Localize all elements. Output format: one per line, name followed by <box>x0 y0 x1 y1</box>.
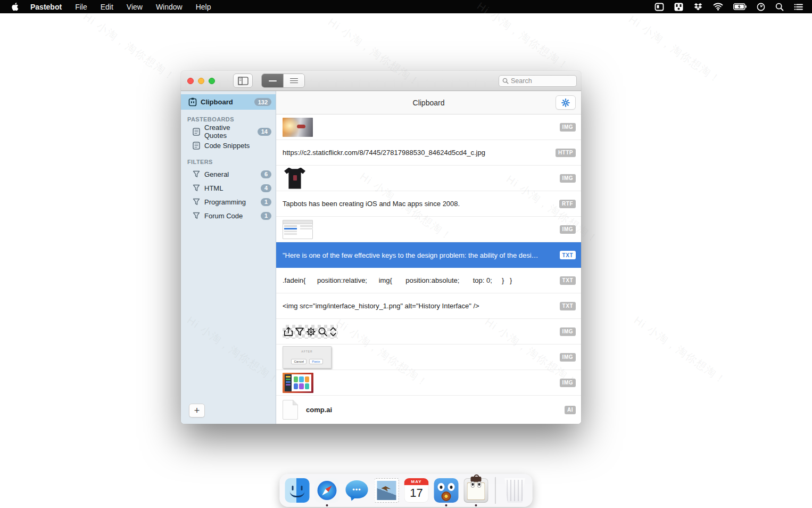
sidebar-toggle-button[interactable] <box>233 73 253 88</box>
list-item[interactable]: IMG <box>276 370 581 396</box>
count-badge: 4 <box>261 184 271 192</box>
funnel-icon <box>295 326 304 337</box>
clip-text: https://c2.staticflickr.com/8/7445/27817… <box>283 149 485 157</box>
clip-text: "Here is one of the few effective keys t… <box>283 251 538 259</box>
list-item[interactable]: IMG <box>276 114 581 140</box>
clipboard-icon <box>188 97 197 106</box>
pastebot-eye <box>477 481 482 488</box>
list-item-selected[interactable]: "Here is one of the few effective keys t… <box>276 242 581 268</box>
type-badge: RTF <box>559 200 576 208</box>
type-badge: IMG <box>560 353 576 362</box>
type-badge: TXT <box>560 251 576 259</box>
finder-dock-icon[interactable] <box>285 478 310 503</box>
type-badge: IMG <box>560 225 576 234</box>
bubble-tail <box>350 496 357 502</box>
dialog-title: AFTER <box>283 350 331 353</box>
filter-funnel-icon <box>192 184 201 192</box>
running-indicator <box>445 504 448 506</box>
menu-item-window[interactable]: Window <box>156 3 183 11</box>
safari-dock-icon[interactable] <box>315 478 339 503</box>
single-line-icon <box>269 80 277 81</box>
list-item[interactable]: https://c2.staticflickr.com/8/7445/27817… <box>276 140 581 166</box>
search-icon <box>502 78 509 84</box>
view-mode-segmented-control <box>261 73 305 88</box>
sidebar-item-forum-code[interactable]: Forum Code 1 <box>181 209 276 223</box>
filter-funnel-icon <box>192 212 201 219</box>
menu-item-edit[interactable]: Edit <box>101 3 113 11</box>
running-indicator <box>326 504 328 506</box>
list-item[interactable]: <img src="img/interface_history_1.png" a… <box>276 293 581 319</box>
calendar-month: MAY <box>404 478 429 485</box>
list-item[interactable]: AFTER Cancel Paste IMG <box>276 345 581 370</box>
panel-title: Clipboard <box>413 99 445 107</box>
count-badge: 6 <box>261 170 271 178</box>
list-item[interactable]: comp.ai AI <box>276 396 581 424</box>
settings-button[interactable] <box>556 95 576 110</box>
filter-funnel-icon <box>192 170 201 178</box>
pastebot-dock-icon[interactable] <box>464 478 488 503</box>
finder-eye <box>301 486 303 490</box>
battery-charging-icon[interactable] <box>733 3 747 10</box>
list-view-segment[interactable] <box>262 74 283 87</box>
tweetbot-dock-icon[interactable] <box>434 478 459 503</box>
sidebar-item-programming[interactable]: Programming 1 <box>181 195 276 209</box>
clock-icon[interactable] <box>757 3 765 11</box>
calendar-day: 17 <box>404 485 429 501</box>
sidebar-item-creative-quotes[interactable]: Creative Quotes 14 <box>181 125 276 138</box>
clip-text: comp.ai <box>306 406 332 414</box>
menu-bar: Pastebot File Edit View Window Help <box>0 0 812 13</box>
clipboard-count-badge: 132 <box>254 98 271 106</box>
clip-thumbnail-tshirt <box>283 167 307 190</box>
list-item[interactable]: .fadein{ position:relative; img{ positio… <box>276 268 581 293</box>
type-badge: IMG <box>560 327 576 336</box>
compass-needle <box>320 484 333 497</box>
list-item[interactable]: IMG <box>276 217 581 242</box>
clip-text: Tapbots has been creating iOS and Mac ap… <box>283 200 460 208</box>
sidebar-section-filters: FILTERS <box>181 152 276 167</box>
type-badge: IMG <box>560 379 576 387</box>
trash-dock-icon[interactable] <box>503 478 527 503</box>
dialog-paste-label: Paste <box>309 359 322 364</box>
sidebar-item-label: Code Snippets <box>204 142 271 150</box>
clip-thumbnail-colorful <box>283 373 313 393</box>
app-menu-icon[interactable] <box>674 3 683 11</box>
gear-icon <box>306 326 316 337</box>
calendar-dock-icon[interactable]: MAY 17 <box>404 478 429 503</box>
mail-dock-icon[interactable] <box>375 478 399 503</box>
list-item[interactable]: IMG <box>276 319 581 345</box>
close-button[interactable] <box>187 78 194 84</box>
messages-dock-icon[interactable]: ••• <box>345 478 369 503</box>
dropbox-icon[interactable] <box>693 3 703 11</box>
notification-list-icon[interactable] <box>794 3 803 11</box>
sidebar-item-code-snippets[interactable]: Code Snippets <box>181 138 276 152</box>
spotlight-search-icon[interactable] <box>775 3 784 11</box>
menu-app-name[interactable]: Pastebot <box>30 3 62 11</box>
list-item[interactable]: IMG <box>276 166 581 191</box>
add-pasteboard-button[interactable]: + <box>189 404 205 417</box>
sidebar-item-general[interactable]: General 6 <box>181 167 276 181</box>
window-titlebar[interactable]: Search <box>181 71 581 91</box>
dock: ••• MAY 17 <box>280 474 533 507</box>
apple-menu-icon[interactable] <box>11 3 19 11</box>
zoom-button[interactable] <box>209 78 215 84</box>
pastebot-menu-icon[interactable] <box>654 3 664 11</box>
menu-item-view[interactable]: View <box>127 3 143 11</box>
wifi-icon[interactable] <box>713 3 723 11</box>
sidebar-item-clipboard[interactable]: Clipboard 132 <box>181 94 276 110</box>
clipboard-paper <box>467 482 485 500</box>
sidebar-item-label: Programming <box>204 198 257 206</box>
minimize-button[interactable] <box>198 78 204 84</box>
ellipsis-dots: ••• <box>345 488 369 491</box>
menu-item-file[interactable]: File <box>75 3 87 11</box>
sidebar-item-label: HTML <box>204 184 257 192</box>
type-badge: TXT <box>560 276 576 285</box>
detail-view-segment[interactable] <box>283 74 304 87</box>
menu-item-help[interactable]: Help <box>196 3 211 11</box>
filter-funnel-icon <box>192 198 201 206</box>
count-badge: 14 <box>258 128 271 136</box>
type-badge: IMG <box>560 123 576 132</box>
search-input[interactable]: Search <box>499 75 577 87</box>
list-item[interactable]: Tapbots has been creating iOS and Mac ap… <box>276 191 581 217</box>
finder-eye <box>292 486 294 490</box>
sidebar-item-html[interactable]: HTML 4 <box>181 181 276 195</box>
